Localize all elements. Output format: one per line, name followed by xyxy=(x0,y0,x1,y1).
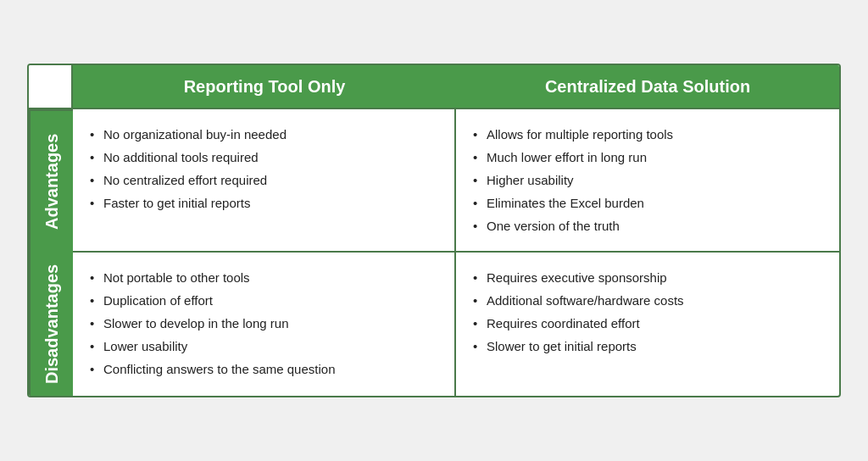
disadvantages-col1-list: Not portable to other tools Duplication … xyxy=(90,266,437,380)
advantages-col1-list: No organizational buy-in needed No addit… xyxy=(90,123,437,214)
advantages-col2-list: Allows for multiple reporting tools Much… xyxy=(473,123,822,237)
list-item: Duplication of effort xyxy=(90,289,437,312)
advantages-col2: Allows for multiple reporting tools Much… xyxy=(456,109,839,253)
list-item: Not portable to other tools xyxy=(90,266,437,289)
list-item: Much lower effort in long run xyxy=(473,146,822,169)
list-item: Conflicting answers to the same question xyxy=(90,358,437,380)
list-item: Requires coordinated effort xyxy=(473,312,822,335)
advantages-col1: No organizational buy-in needed No addit… xyxy=(73,109,456,253)
list-item: Slower to develop in the long run xyxy=(90,312,437,335)
disadvantages-col2: Requires executive sponsorship Additiona… xyxy=(456,253,839,396)
row-label-advantages: Advantages xyxy=(29,109,73,253)
list-item: Additional software/hardware costs xyxy=(473,289,822,312)
disadvantages-col1: Not portable to other tools Duplication … xyxy=(73,253,456,396)
list-item: Higher usability xyxy=(473,169,822,192)
row-label-disadvantages: Disadvantages xyxy=(29,253,73,396)
list-item: No additional tools required xyxy=(90,146,437,169)
list-item: Faster to get initial reports xyxy=(90,192,437,214)
list-item: Requires executive sponsorship xyxy=(473,266,822,289)
header-col2: Centralized Data Solution xyxy=(456,65,839,109)
disadvantages-col2-list: Requires executive sponsorship Additiona… xyxy=(473,266,822,358)
table-grid: Reporting Tool Only Centralized Data Sol… xyxy=(29,65,839,396)
corner-cell xyxy=(29,65,73,109)
list-item: No organizational buy-in needed xyxy=(90,123,437,146)
list-item: One version of the truth xyxy=(473,214,822,237)
header-col1: Reporting Tool Only xyxy=(73,65,456,109)
list-item: Allows for multiple reporting tools xyxy=(473,123,822,146)
list-item: Slower to get initial reports xyxy=(473,335,822,358)
list-item: Lower usability xyxy=(90,335,437,358)
list-item: Eliminates the Excel burden xyxy=(473,192,822,214)
comparison-table: Reporting Tool Only Centralized Data Sol… xyxy=(27,64,841,397)
list-item: No centralized effort required xyxy=(90,169,437,192)
